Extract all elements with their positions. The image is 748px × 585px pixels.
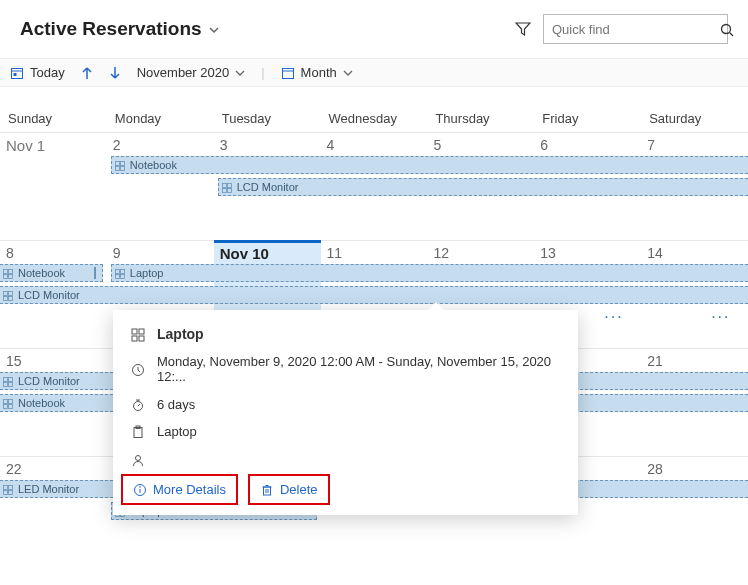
day-number: 28 <box>647 461 742 477</box>
svg-rect-8 <box>120 162 124 166</box>
svg-rect-37 <box>4 491 8 495</box>
popup-duration: 6 days <box>157 397 195 412</box>
day-number: 14 <box>647 245 742 261</box>
svg-rect-16 <box>9 270 13 274</box>
day-header: Tuesday <box>214 103 321 132</box>
svg-rect-14 <box>227 189 231 193</box>
month-label: November 2020 <box>137 65 230 80</box>
day-number: 22 <box>6 461 101 477</box>
today-label: Today <box>30 65 65 80</box>
svg-rect-43 <box>132 329 137 334</box>
day-number: 6 <box>540 137 635 153</box>
view-label: Month <box>301 65 337 80</box>
svg-rect-4 <box>14 73 17 76</box>
svg-rect-15 <box>4 270 8 274</box>
svg-rect-17 <box>4 275 8 279</box>
delete-label: Delete <box>280 482 318 497</box>
day-number: 3 <box>220 137 315 153</box>
clipboard-icon <box>131 424 147 440</box>
popup-item: Laptop <box>157 424 197 439</box>
svg-point-57 <box>139 486 141 488</box>
view-selector[interactable]: Month <box>281 65 353 80</box>
day-number: 12 <box>433 245 528 261</box>
clock-icon <box>131 362 147 378</box>
page-title: Active Reservations <box>20 18 202 40</box>
svg-rect-7 <box>115 162 119 166</box>
day-number: 5 <box>433 137 528 153</box>
prev-arrow-icon[interactable] <box>81 66 93 80</box>
day-number: Nov 1 <box>6 137 101 154</box>
svg-rect-5 <box>282 68 293 78</box>
svg-rect-58 <box>263 487 270 495</box>
svg-point-54 <box>136 455 141 460</box>
svg-rect-21 <box>115 275 119 279</box>
calendar-cell[interactable]: Nov 1 <box>0 132 107 240</box>
svg-rect-38 <box>9 491 13 495</box>
svg-rect-31 <box>4 400 8 404</box>
popup-time: Monday, November 9, 2020 12:00 AM - Sund… <box>157 354 560 384</box>
day-headers: Sunday Monday Tuesday Wednesday Thursday… <box>0 87 748 132</box>
svg-rect-11 <box>222 184 226 188</box>
chevron-down-icon[interactable] <box>208 22 220 37</box>
next-arrow-icon[interactable] <box>109 66 121 80</box>
separator: | <box>261 65 264 80</box>
day-number: Nov 10 <box>220 245 315 262</box>
delete-button[interactable]: Delete <box>248 474 330 505</box>
svg-rect-30 <box>9 383 13 387</box>
svg-rect-2 <box>12 68 23 78</box>
more-details-button[interactable]: More Details <box>121 474 238 505</box>
day-header: Monday <box>107 103 214 132</box>
month-selector[interactable]: November 2020 <box>137 65 246 80</box>
svg-rect-45 <box>132 336 137 341</box>
search-icon[interactable] <box>720 21 734 37</box>
event-popup: Laptop Monday, November 9, 2020 12:00 AM… <box>113 310 578 515</box>
grid-icon <box>131 326 147 342</box>
calendar-cell[interactable]: 28 <box>641 456 748 564</box>
calendar-event[interactable]: Notebook <box>111 156 748 174</box>
calendar-event[interactable]: LCD Monitor <box>0 286 748 304</box>
calendar-event[interactable]: Notebook <box>0 264 103 282</box>
more-icon[interactable]: ··· <box>604 308 623 326</box>
more-details-label: More Details <box>153 482 226 497</box>
day-header: Wednesday <box>321 103 428 132</box>
day-number: 4 <box>327 137 422 153</box>
day-number: 2 <box>113 137 208 153</box>
calendar-event[interactable]: Laptop <box>111 264 748 282</box>
svg-rect-27 <box>4 378 8 382</box>
svg-rect-9 <box>115 167 119 171</box>
svg-rect-13 <box>222 189 226 193</box>
svg-rect-26 <box>9 297 13 301</box>
svg-rect-23 <box>4 292 8 296</box>
svg-rect-18 <box>9 275 13 279</box>
day-number: 9 <box>113 245 208 261</box>
svg-rect-34 <box>9 405 13 409</box>
search-input[interactable] <box>552 22 720 37</box>
more-icon[interactable]: ··· <box>711 308 730 326</box>
calendar-cell[interactable]: 22 <box>0 456 107 564</box>
svg-rect-33 <box>4 405 8 409</box>
svg-line-51 <box>138 404 140 406</box>
svg-rect-24 <box>9 292 13 296</box>
calendar-cell[interactable]: 2 <box>107 132 214 240</box>
day-header: Sunday <box>0 103 107 132</box>
day-number: 13 <box>540 245 635 261</box>
svg-rect-29 <box>4 383 8 387</box>
stopwatch-icon <box>131 396 147 412</box>
svg-rect-22 <box>120 275 124 279</box>
today-button[interactable]: Today <box>10 65 65 80</box>
day-header: Saturday <box>641 103 748 132</box>
svg-rect-19 <box>115 270 119 274</box>
day-number: 21 <box>647 353 742 369</box>
day-header: Thursday <box>427 103 534 132</box>
svg-rect-12 <box>227 184 231 188</box>
svg-rect-32 <box>9 400 13 404</box>
svg-rect-36 <box>9 486 13 490</box>
filter-icon[interactable] <box>515 21 531 38</box>
calendar-event[interactable]: LCD Monitor <box>218 178 748 196</box>
day-number: 7 <box>647 137 742 153</box>
person-icon <box>131 451 147 467</box>
svg-rect-20 <box>120 270 124 274</box>
svg-rect-44 <box>139 329 144 334</box>
popup-title: Laptop <box>157 326 204 342</box>
calendar-week: Nov 1234567NotebookLCD Monitor <box>0 132 748 240</box>
